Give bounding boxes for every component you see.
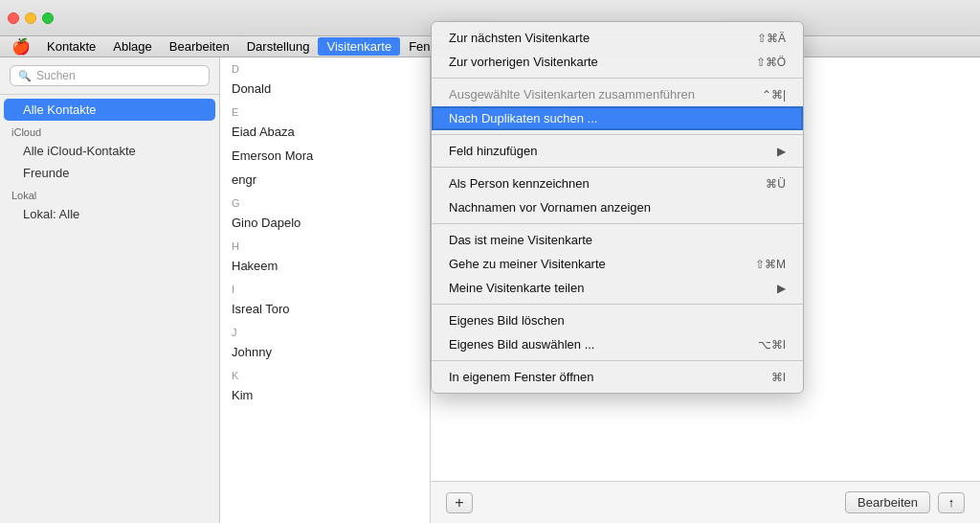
sidebar-item-alle-icloud[interactable]: Alle iCloud-Kontakte (4, 140, 215, 162)
menu-separator (432, 304, 803, 305)
menu-item-mark-person[interactable]: Als Person kennzeichnen⌘Ü (432, 171, 803, 195)
sidebar-group-lokal: Lokal (0, 184, 219, 203)
apple-menu[interactable]: 🍎 (4, 37, 38, 56)
contact-eiad-abaza[interactable]: Eiad Abaza (220, 120, 430, 144)
section-header-e: E (220, 101, 430, 120)
menu-item-find-duplicates[interactable]: Nach Duplikaten suchen ... (432, 106, 803, 130)
menu-item-label: Eigenes Bild auswählen ... (449, 337, 594, 352)
search-icon: 🔍 (18, 70, 32, 82)
contact-donald[interactable]: Donald (220, 77, 430, 101)
sidebar-item-lokal-alle[interactable]: Lokal: Alle (4, 203, 215, 225)
menu-item-delete-image[interactable]: Eigenes Bild löschen (432, 308, 803, 332)
search-placeholder: Suchen (36, 69, 76, 82)
menu-item-merge: Ausgewählte Visitenkarten zusammenführen… (432, 82, 803, 106)
contact-hakeem[interactable]: Hakeem (220, 254, 430, 278)
share-button[interactable]: ↑ (938, 492, 965, 513)
menu-item-shortcut: ⌃⌘| (762, 88, 786, 102)
menu-item-shortcut: ▶ (777, 282, 786, 295)
menu-item-label: Nachnamen vor Vornamen anzeigen (449, 200, 651, 215)
search-box[interactable]: 🔍 Suchen (10, 65, 210, 86)
menu-item-goto-my-card[interactable]: Gehe zu meiner Visitenkarte⇧⌘M (432, 252, 803, 276)
sidebar-group-icloud: iCloud (0, 121, 219, 140)
sidebar: 🔍 Suchen Alle Kontakte iCloud Alle iClou… (0, 57, 220, 523)
search-area: 🔍 Suchen (0, 57, 219, 95)
section-header-k: K (220, 364, 430, 383)
menu-ablage[interactable]: Ablage (104, 37, 160, 56)
menu-separator (432, 134, 803, 135)
menu-item-label: Zur nächsten Visitenkarte (449, 31, 590, 45)
menu-item-prev-card[interactable]: Zur vorherigen Visitenkarte⇧⌘Ö (432, 50, 803, 74)
section-header-i: I (220, 278, 430, 297)
contact-emerson-mora[interactable]: Emerson Mora (220, 144, 430, 168)
menu-separator (432, 78, 803, 79)
menu-item-add-field[interactable]: Feld hinzufügen▶ (432, 139, 803, 163)
menu-item-shortcut: ⌘I (771, 371, 786, 384)
sidebar-item-alle-kontakte[interactable]: Alle Kontakte (4, 99, 215, 121)
menu-item-shortcut: ⇧⌘M (755, 258, 786, 271)
sidebar-list: Alle Kontakte iCloud Alle iCloud-Kontakt… (0, 95, 219, 523)
edit-button[interactable]: Bearbeiten (845, 491, 930, 513)
menu-bearbeiten[interactable]: Bearbeiten (161, 37, 238, 56)
menu-item-label: Ausgewählte Visitenkarten zusammenführen (449, 87, 695, 102)
menu-item-shortcut: ⇧⌘Ä (757, 32, 786, 45)
menu-item-label: Gehe zu meiner Visitenkarte (449, 257, 606, 271)
contact-list: D Donald E Eiad Abaza Emerson Mora engr … (220, 57, 431, 523)
menu-item-my-card[interactable]: Das ist meine Visitenkarte (432, 228, 803, 252)
menu-item-label: Eigenes Bild löschen (449, 313, 565, 328)
menu-item-shortcut: ⌘Ü (766, 177, 786, 191)
menu-item-share-my-card[interactable]: Meine Visitenkarte teilen▶ (432, 276, 803, 300)
menu-item-next-card[interactable]: Zur nächsten Visitenkarte⇧⌘Ä (432, 26, 803, 50)
menu-item-label: Feld hinzufügen (449, 144, 538, 158)
contact-isreal-toro[interactable]: Isreal Toro (220, 297, 430, 321)
menu-item-shortcut: ⇧⌘Ö (756, 56, 786, 69)
contact-johnny[interactable]: Johnny (220, 340, 430, 364)
detail-right-buttons: Bearbeiten ↑ (845, 491, 965, 513)
menu-item-choose-image[interactable]: Eigenes Bild auswählen ...⌥⌘I (432, 332, 803, 356)
menu-item-shortcut: ⌥⌘I (758, 338, 786, 352)
detail-bottom-bar: + Bearbeiten ↑ (431, 481, 980, 523)
menu-item-label: In eigenem Fenster öffnen (449, 370, 594, 384)
menu-item-label: Nach Duplikaten suchen ... (449, 111, 597, 125)
close-button[interactable] (8, 12, 19, 24)
contact-engr[interactable]: engr (220, 168, 430, 192)
maximize-button[interactable] (42, 12, 54, 24)
menu-darstellung[interactable]: Darstellung (238, 37, 319, 56)
menu-item-label: Als Person kennzeichnen (449, 176, 590, 191)
section-header-g: G (220, 192, 430, 211)
menu-item-label: Meine Visitenkarte teilen (449, 281, 584, 295)
contact-kim[interactable]: Kim (220, 383, 430, 407)
visitenkarte-dropdown: Zur nächsten Visitenkarte⇧⌘ÄZur vorherig… (431, 21, 804, 394)
menu-visitenkarte[interactable]: Visitenkarte (318, 37, 400, 56)
menu-separator (432, 167, 803, 168)
section-header-j: J (220, 321, 430, 340)
menu-item-lastname-first[interactable]: Nachnamen vor Vornamen anzeigen (432, 195, 803, 219)
minimize-button[interactable] (25, 12, 36, 24)
section-header-d: D (220, 57, 430, 77)
section-header-h: H (220, 235, 430, 254)
menu-item-label: Das ist meine Visitenkarte (449, 233, 592, 247)
traffic-lights (8, 12, 54, 24)
menu-item-shortcut: ▶ (777, 145, 786, 158)
menu-kontakte[interactable]: Kontakte (38, 37, 104, 56)
contact-gino-dapelo[interactable]: Gino Dapelo (220, 211, 430, 235)
menu-item-open-window[interactable]: In eigenem Fenster öffnen⌘I (432, 365, 803, 389)
menu-separator (432, 223, 803, 224)
sidebar-item-freunde[interactable]: Freunde (4, 162, 215, 184)
menu-separator (432, 360, 803, 361)
menu-item-label: Zur vorherigen Visitenkarte (449, 55, 598, 69)
add-contact-button[interactable]: + (446, 492, 473, 513)
